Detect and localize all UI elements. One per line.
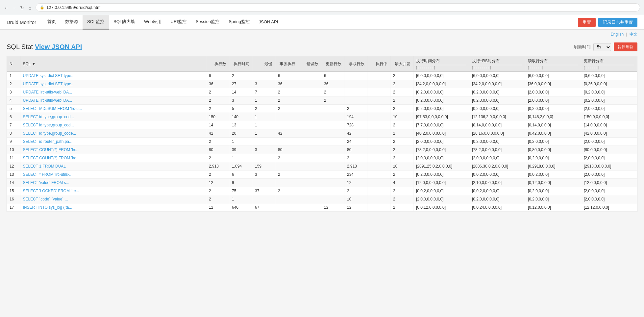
th-running[interactable]: 执行中 [367,56,390,72]
cell-n: 14 [7,179,20,187]
cell-sql[interactable]: SELECT 'LOCKED' FROM 'lrc... [20,187,206,195]
table-row: 7SELECT id,type,group_cod...141317282[7,… [7,121,637,129]
sql-link[interactable]: SELECT 1 FROM DUAL [23,164,66,169]
cell-update_count: 12 [321,203,344,212]
nav-item-firewall[interactable]: SQL防火墙 [109,15,139,30]
cell-max_concurrent: 2 [390,72,413,80]
address-bar[interactable]: 🔒 127.0.0.1:9999/druid/sql.html [36,3,640,12]
cell-update_count [321,162,344,171]
nav-item-uri[interactable]: URI监控 [166,15,191,30]
cell-exec_count: 2 [206,187,229,195]
th-update-count[interactable]: 更新行数 [321,56,344,72]
title-link[interactable]: View JSON API [35,43,82,50]
cell-sql[interactable]: SELECT COUNT(*) FROM 'lrc... [20,154,206,162]
cell-sql[interactable]: UPDATE 'lrc-utils-web' DA... [20,96,206,105]
th-n[interactable]: N [7,56,20,72]
back-button[interactable]: ← [4,5,9,10]
sql-link[interactable]: SELECT `code`,`value` ... [23,197,68,201]
cell-running [367,195,390,203]
cell-n: 13 [7,171,20,179]
pause-button[interactable]: 暂停刷新 [614,42,637,51]
sql-link[interactable]: SELECT COUNT(*) FROM 'lrc... [23,147,80,152]
nav-item-webapp[interactable]: Web应用 [139,15,166,30]
english-link[interactable]: English [611,32,624,37]
reset-button[interactable]: 重置 [578,18,596,27]
refresh-select[interactable]: 5s 10s 30s 60s [593,43,611,51]
sql-link[interactable]: UPDATE sys_dict SET type... [23,73,75,78]
cell-fetch_count: 2 [344,105,367,113]
sql-link[interactable]: UPDATE 'lrc-utils-web' DA... [23,90,72,94]
cell-running [367,121,390,129]
cell-tx_exec [275,195,298,203]
cell-running [367,96,390,105]
nav-item-datasource[interactable]: 数据源 [61,15,83,30]
sql-link[interactable]: SELECT id,type,group_cod... [23,123,74,127]
reset-log-button[interactable]: 记录日志并重置 [598,18,637,27]
cell-slowest: 67 [252,203,275,212]
cell-sql[interactable]: SELECT COUNT(*) FROM 'lrc... [20,146,206,154]
sql-link[interactable]: SELECT MD5SUM FROM 'lrc-u... [23,106,82,111]
cell-tx_exec: 2 [275,105,298,113]
cell-n: 17 [7,203,20,212]
cell-sql[interactable]: SELECT * FROM 'lrc-utils-... [20,171,206,179]
cell-exec_time: 1 [229,154,252,162]
sql-link[interactable]: SELECT * FROM 'lrc-utils-... [23,172,73,177]
cell-update_count [321,195,344,203]
cell-sql[interactable]: INSERT INTO sys_log ( ta... [20,203,206,212]
cell-sql[interactable]: SELECT 'value' FROM s... [20,179,206,187]
th-read-dist-top: 读取行分布 [528,58,578,65]
cell-time_dist: [2,0,0,0,0,0,0,0] [413,154,469,162]
cell-error_count [298,105,321,113]
cell-rs_dist: [12,136,2,0,0,0,0,0] [469,113,525,121]
cell-time_dist: [0,2,0,0,0,0,0,0] [413,171,469,179]
sql-link[interactable]: UPDATE sys_dict SET type... [23,82,75,86]
nav-item-home[interactable]: 首页 [43,15,61,30]
cell-sql[interactable]: SELECT id,type,group_code... [20,129,206,138]
th-exec-count[interactable]: 执行数 [206,56,229,72]
cell-max_concurrent: 2 [390,129,413,138]
cell-sql[interactable]: SELECT id,type,group_cod... [20,113,206,121]
nav-item-jsonapi[interactable]: JSON API [254,15,283,30]
cell-fetch_count: 2 [344,187,367,195]
home-button[interactable]: ⌂ [28,5,32,10]
cell-sql[interactable]: SELECT id,router_path,pa... [20,138,206,146]
cell-exec_time: 1 [229,138,252,146]
cell-rs_dist: [26,16,0,0,0,0,0,0] [469,129,525,138]
cell-exec_time: 646 [229,203,252,212]
th-error-count[interactable]: 错误数 [298,56,321,72]
cell-sql[interactable]: SELECT `code`,`value` ... [20,195,206,203]
th-fetch-count[interactable]: 读取行数 [344,56,367,72]
sql-link[interactable]: SELECT 'LOCKED' FROM 'lrc... [23,189,79,193]
page-title: SQL Stat View JSON API [7,43,82,51]
sql-link[interactable]: SELECT id,type,group_code... [23,131,76,136]
cell-sql[interactable]: SELECT 1 FROM DUAL [20,162,206,171]
sql-link[interactable]: INSERT INTO sys_log ( ta... [23,205,72,210]
sql-link[interactable]: SELECT id,type,group_cod... [23,115,74,119]
sql-link[interactable]: SELECT COUNT(*) FROM 'lrc... [23,156,80,160]
cell-sql[interactable]: SELECT MD5SUM FROM 'lrc-u... [20,105,206,113]
cell-running [367,138,390,146]
th-exec-time[interactable]: 执行时间 [229,56,252,72]
sql-link[interactable]: UPDATE 'lrc-utils-web' DA... [23,98,72,103]
sql-link[interactable]: SELECT id,router_path,pa... [23,139,73,144]
refresh-button[interactable]: ↻ [20,5,24,10]
cell-sql[interactable]: SELECT id,type,group_cod... [20,121,206,129]
nav-bar: Druid Monitor 首页 数据源 SQL监控 SQL防火墙 Web应用 … [0,15,644,30]
forward-button[interactable]: → [12,5,16,10]
nav-item-session[interactable]: Session监控 [191,15,224,30]
cell-sql[interactable]: UPDATE sys_dict SET type... [20,80,206,88]
nav-item-sql[interactable]: SQL监控 [83,15,109,30]
cell-sql[interactable]: UPDATE sys_dict SET type... [20,72,206,80]
cell-exec_count: 12 [206,203,229,212]
cell-error_count [298,179,321,187]
th-tx-exec[interactable]: 事务执行 [275,56,298,72]
cell-rs_dist: [0,14,0,0,0,0,0,0] [469,121,525,129]
chinese-link[interactable]: 中文 [630,32,637,37]
th-sql[interactable]: SQL ▼ [20,56,206,72]
th-max-concurrent[interactable]: 最大并发 [390,56,413,72]
sql-link[interactable]: SELECT 'value' FROM s... [23,180,69,185]
th-slowest[interactable]: 最慢 [252,56,275,72]
nav-item-spring[interactable]: Spring监控 [224,15,254,30]
cell-time_dist: [7,7,0,0,0,0,0,0] [413,121,469,129]
cell-sql[interactable]: UPDATE 'lrc-utils-web' DA... [20,88,206,96]
